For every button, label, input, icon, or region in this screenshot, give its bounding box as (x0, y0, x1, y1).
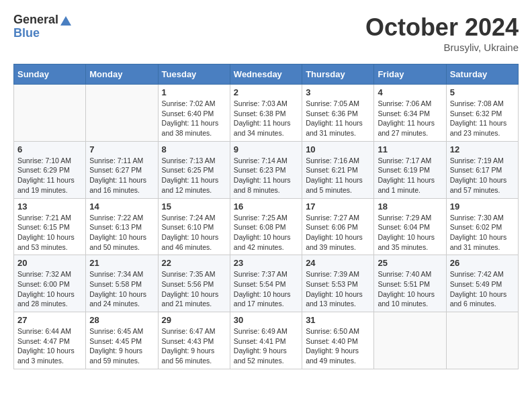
calendar-cell: 6Sunrise: 7:10 AMSunset: 6:29 PMDaylight… (14, 141, 86, 198)
day-number: 30 (234, 315, 298, 325)
calendar-cell: 17Sunrise: 7:27 AMSunset: 6:06 PMDayligh… (302, 198, 374, 255)
header-monday: Monday (86, 64, 158, 85)
calendar-cell (86, 85, 158, 142)
day-info: Sunrise: 7:02 AMSunset: 6:40 PMDaylight:… (162, 99, 226, 138)
calendar-cell: 18Sunrise: 7:29 AMSunset: 6:04 PMDayligh… (374, 198, 446, 255)
calendar-cell: 13Sunrise: 7:21 AMSunset: 6:15 PMDayligh… (14, 198, 86, 255)
calendar-cell: 22Sunrise: 7:35 AMSunset: 5:56 PMDayligh… (158, 255, 230, 312)
day-info: Sunrise: 7:14 AMSunset: 6:23 PMDaylight:… (234, 156, 298, 195)
day-number: 6 (17, 144, 82, 154)
day-number: 21 (89, 258, 154, 268)
calendar-cell: 10Sunrise: 7:16 AMSunset: 6:21 PMDayligh… (302, 141, 374, 198)
day-number: 16 (234, 201, 298, 212)
day-info: Sunrise: 7:29 AMSunset: 6:04 PMDaylight:… (378, 213, 442, 253)
day-info: Sunrise: 7:21 AMSunset: 6:15 PMDaylight:… (17, 213, 82, 253)
day-info: Sunrise: 7:17 AMSunset: 6:19 PMDaylight:… (378, 156, 442, 195)
calendar-cell: 29Sunrise: 6:47 AMSunset: 4:43 PMDayligh… (158, 312, 230, 369)
calendar-cell: 8Sunrise: 7:13 AMSunset: 6:25 PMDaylight… (158, 141, 230, 198)
day-info: Sunrise: 7:32 AMSunset: 6:00 PMDaylight:… (17, 269, 82, 309)
day-info: Sunrise: 7:40 AMSunset: 5:51 PMDaylight:… (378, 269, 442, 309)
day-info: Sunrise: 7:22 AMSunset: 6:13 PMDaylight:… (89, 213, 154, 253)
day-number: 31 (306, 315, 370, 325)
day-number: 19 (450, 201, 515, 212)
calendar-week-row: 1Sunrise: 7:02 AMSunset: 6:40 PMDaylight… (14, 85, 519, 142)
day-number: 7 (89, 144, 154, 154)
calendar-header-row: SundayMondayTuesdayWednesdayThursdayFrid… (14, 64, 519, 85)
day-number: 17 (306, 201, 370, 212)
calendar-table: SundayMondayTuesdayWednesdayThursdayFrid… (13, 64, 519, 369)
day-info: Sunrise: 7:37 AMSunset: 5:54 PMDaylight:… (234, 269, 298, 309)
day-number: 28 (89, 315, 154, 325)
day-info: Sunrise: 7:19 AMSunset: 6:17 PMDaylight:… (450, 156, 515, 195)
day-number: 27 (17, 315, 82, 325)
day-number: 18 (378, 201, 442, 212)
calendar-cell: 9Sunrise: 7:14 AMSunset: 6:23 PMDaylight… (230, 141, 302, 198)
logo-general: General (13, 13, 71, 27)
day-number: 1 (162, 87, 226, 97)
day-info: Sunrise: 7:10 AMSunset: 6:29 PMDaylight:… (17, 156, 82, 195)
day-number: 12 (450, 144, 515, 154)
header-thursday: Thursday (302, 64, 374, 85)
calendar-week-row: 27Sunrise: 6:44 AMSunset: 4:47 PMDayligh… (14, 312, 519, 369)
day-info: Sunrise: 6:47 AMSunset: 4:43 PMDaylight:… (162, 326, 226, 366)
calendar-cell (374, 312, 446, 369)
logo-blue: Blue (13, 27, 71, 40)
day-info: Sunrise: 6:49 AMSunset: 4:41 PMDaylight:… (234, 326, 298, 366)
header-tuesday: Tuesday (158, 64, 230, 85)
calendar-cell: 25Sunrise: 7:40 AMSunset: 5:51 PMDayligh… (374, 255, 446, 312)
calendar-week-row: 13Sunrise: 7:21 AMSunset: 6:15 PMDayligh… (14, 198, 519, 255)
day-number: 3 (306, 87, 370, 97)
calendar-week-row: 6Sunrise: 7:10 AMSunset: 6:29 PMDaylight… (14, 141, 519, 198)
calendar-cell: 21Sunrise: 7:34 AMSunset: 5:58 PMDayligh… (86, 255, 158, 312)
title-block: October 2024 Brusyliv, Ukraine (365, 13, 519, 53)
day-info: Sunrise: 7:16 AMSunset: 6:21 PMDaylight:… (306, 156, 370, 195)
calendar-cell: 3Sunrise: 7:05 AMSunset: 6:36 PMDaylight… (302, 85, 374, 142)
day-number: 4 (378, 87, 442, 97)
day-info: Sunrise: 7:35 AMSunset: 5:56 PMDaylight:… (162, 269, 226, 309)
day-info: Sunrise: 7:05 AMSunset: 6:36 PMDaylight:… (306, 99, 370, 138)
calendar-week-row: 20Sunrise: 7:32 AMSunset: 6:00 PMDayligh… (14, 255, 519, 312)
day-number: 22 (162, 258, 226, 268)
header-sunday: Sunday (14, 64, 86, 85)
calendar-cell: 24Sunrise: 7:39 AMSunset: 5:53 PMDayligh… (302, 255, 374, 312)
calendar-cell: 12Sunrise: 7:19 AMSunset: 6:17 PMDayligh… (446, 141, 518, 198)
header-wednesday: Wednesday (230, 64, 302, 85)
day-number: 5 (450, 87, 515, 97)
day-number: 11 (378, 144, 442, 154)
day-info: Sunrise: 7:39 AMSunset: 5:53 PMDaylight:… (306, 269, 370, 309)
day-number: 24 (306, 258, 370, 268)
calendar-cell: 27Sunrise: 6:44 AMSunset: 4:47 PMDayligh… (14, 312, 86, 369)
calendar-cell: 30Sunrise: 6:49 AMSunset: 4:41 PMDayligh… (230, 312, 302, 369)
day-number: 10 (306, 144, 370, 154)
day-info: Sunrise: 7:08 AMSunset: 6:32 PMDaylight:… (450, 99, 515, 138)
calendar-cell (446, 312, 518, 369)
day-number: 20 (17, 258, 82, 268)
logo: General Blue (13, 13, 71, 40)
day-number: 2 (234, 87, 298, 97)
day-info: Sunrise: 6:50 AMSunset: 4:40 PMDaylight:… (306, 326, 370, 366)
calendar-cell: 23Sunrise: 7:37 AMSunset: 5:54 PMDayligh… (230, 255, 302, 312)
calendar-cell: 2Sunrise: 7:03 AMSunset: 6:38 PMDaylight… (230, 85, 302, 142)
calendar-cell: 16Sunrise: 7:25 AMSunset: 6:08 PMDayligh… (230, 198, 302, 255)
calendar-cell: 11Sunrise: 7:17 AMSunset: 6:19 PMDayligh… (374, 141, 446, 198)
calendar-cell: 5Sunrise: 7:08 AMSunset: 6:32 PMDaylight… (446, 85, 518, 142)
calendar-cell (14, 85, 86, 142)
day-number: 8 (162, 144, 226, 154)
calendar-cell: 20Sunrise: 7:32 AMSunset: 6:00 PMDayligh… (14, 255, 86, 312)
day-number: 25 (378, 258, 442, 268)
page-header: General Blue October 2024 Brusyliv, Ukra… (13, 13, 519, 53)
header-saturday: Saturday (446, 64, 518, 85)
calendar-cell: 1Sunrise: 7:02 AMSunset: 6:40 PMDaylight… (158, 85, 230, 142)
day-number: 23 (234, 258, 298, 268)
calendar-cell: 7Sunrise: 7:11 AMSunset: 6:27 PMDaylight… (86, 141, 158, 198)
day-info: Sunrise: 7:30 AMSunset: 6:02 PMDaylight:… (450, 213, 515, 253)
day-info: Sunrise: 7:24 AMSunset: 6:10 PMDaylight:… (162, 213, 226, 253)
header-friday: Friday (374, 64, 446, 85)
title-location: Brusyliv, Ukraine (365, 42, 519, 53)
day-number: 14 (89, 201, 154, 212)
day-info: Sunrise: 7:25 AMSunset: 6:08 PMDaylight:… (234, 213, 298, 253)
calendar-cell: 26Sunrise: 7:42 AMSunset: 5:49 PMDayligh… (446, 255, 518, 312)
calendar-cell: 19Sunrise: 7:30 AMSunset: 6:02 PMDayligh… (446, 198, 518, 255)
calendar-cell: 28Sunrise: 6:45 AMSunset: 4:45 PMDayligh… (86, 312, 158, 369)
day-number: 26 (450, 258, 515, 268)
